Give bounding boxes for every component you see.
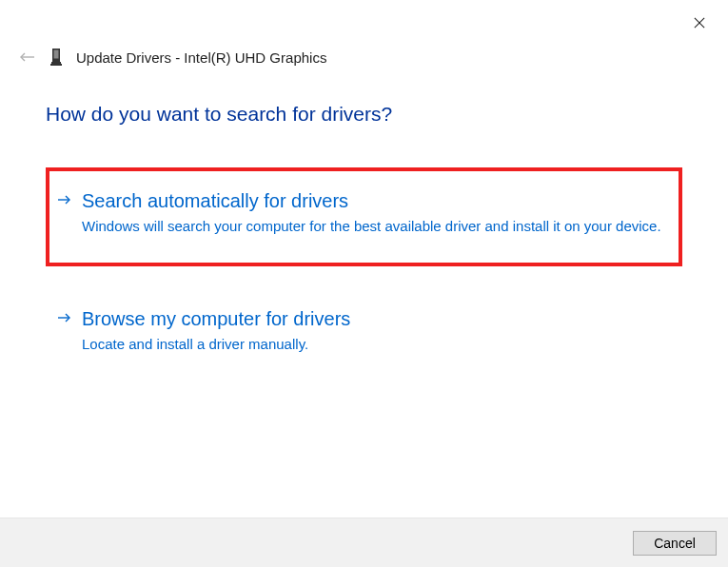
footer: Cancel bbox=[0, 518, 728, 567]
content-area: How do you want to search for drivers? S… bbox=[46, 103, 682, 369]
back-button[interactable] bbox=[19, 51, 36, 63]
header: Update Drivers - Intel(R) UHD Graphics bbox=[19, 48, 326, 67]
page-heading: How do you want to search for drivers? bbox=[46, 103, 682, 126]
svg-rect-4 bbox=[54, 50, 59, 59]
arrow-right-icon bbox=[57, 311, 72, 327]
close-button[interactable] bbox=[688, 11, 711, 34]
cancel-button[interactable]: Cancel bbox=[633, 531, 717, 556]
option-body: Search automatically for drivers Windows… bbox=[82, 190, 665, 236]
option-title: Search automatically for drivers bbox=[82, 190, 665, 212]
svg-rect-5 bbox=[51, 62, 61, 64]
svg-rect-6 bbox=[50, 64, 62, 66]
option-body: Browse my computer for drivers Locate an… bbox=[82, 308, 665, 354]
arrow-right-icon bbox=[57, 193, 72, 209]
option-browse-my-computer[interactable]: Browse my computer for drivers Locate an… bbox=[46, 295, 682, 369]
back-arrow-icon bbox=[19, 51, 36, 63]
close-icon bbox=[694, 16, 705, 29]
option-search-automatically[interactable]: Search automatically for drivers Windows… bbox=[46, 167, 682, 266]
option-description: Locate and install a driver manually. bbox=[82, 334, 665, 354]
option-title: Browse my computer for drivers bbox=[82, 308, 665, 330]
device-icon bbox=[49, 48, 63, 67]
option-description: Windows will search your computer for th… bbox=[82, 216, 665, 236]
window-title: Update Drivers - Intel(R) UHD Graphics bbox=[76, 49, 326, 66]
